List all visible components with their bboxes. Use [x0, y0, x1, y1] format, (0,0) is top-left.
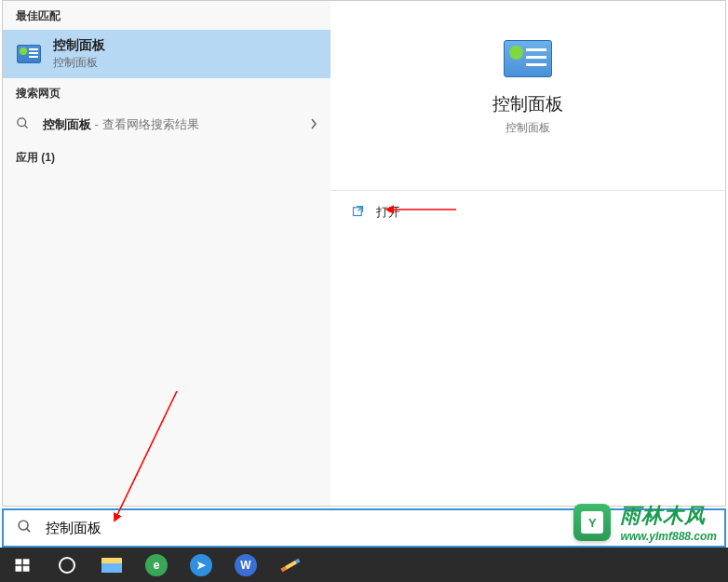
svg-line-5: [27, 528, 31, 532]
chevron-right-icon: [310, 117, 317, 132]
watermark: Y 雨林木风 www.ylmf888.com: [573, 502, 717, 543]
svg-point-0: [18, 118, 26, 127]
windows-search-panel: 最佳匹配 控制面板 控制面板 搜索网页 控制面板 - 查看网络搜索结果 应: [2, 0, 726, 507]
thunder-button[interactable]: ➤: [179, 548, 223, 582]
svg-rect-6: [16, 559, 22, 564]
watermark-brand: 雨林木风: [620, 502, 717, 530]
pencil-icon: [280, 558, 300, 571]
result-title: 控制面板: [53, 37, 105, 54]
search-icon: [17, 519, 33, 538]
preview-column: 控制面板 控制面板 打开: [330, 1, 725, 506]
preview-title: 控制面板: [492, 92, 563, 116]
watermark-url: www.ylmf888.com: [620, 530, 717, 543]
windows-start-icon: [14, 557, 31, 574]
browser-button[interactable]: e: [134, 548, 179, 582]
open-external-icon: [351, 204, 365, 221]
taskbar: e ➤ W: [0, 548, 728, 582]
control-panel-large-icon: [499, 36, 557, 81]
svg-line-1: [24, 125, 27, 128]
result-text: 控制面板 控制面板: [53, 37, 105, 71]
open-action[interactable]: 打开: [330, 191, 725, 234]
svg-rect-9: [23, 565, 30, 571]
svg-rect-8: [16, 565, 22, 571]
cortana-circle-icon: [59, 557, 75, 574]
pencil-button[interactable]: [268, 548, 313, 582]
preview-subtitle: 控制面板: [506, 120, 550, 136]
wps-icon: W: [235, 554, 257, 576]
open-label: 打开: [376, 204, 400, 221]
wps-button[interactable]: W: [223, 548, 268, 582]
result-control-panel[interactable]: 控制面板 控制面板: [3, 30, 330, 78]
web-result-text: 控制面板 - 查看网络搜索结果: [43, 116, 199, 133]
preview-header: 控制面板 控制面板: [330, 27, 725, 171]
search-icon: [16, 116, 30, 133]
control-panel-icon: [16, 41, 42, 67]
result-subtitle: 控制面板: [53, 55, 105, 71]
file-explorer-button[interactable]: [89, 548, 134, 582]
results-column: 最佳匹配 控制面板 控制面板 搜索网页 控制面板 - 查看网络搜索结果 应: [3, 1, 330, 506]
section-header-apps: 应用 (1): [3, 142, 330, 171]
section-header-web: 搜索网页: [3, 78, 330, 107]
svg-point-4: [19, 521, 28, 530]
watermark-logo: Y: [573, 504, 611, 541]
section-header-best-match: 最佳匹配: [3, 1, 330, 30]
svg-rect-7: [23, 559, 30, 564]
start-button[interactable]: [0, 548, 45, 582]
browser-360-icon: e: [145, 554, 168, 576]
web-search-result[interactable]: 控制面板 - 查看网络搜索结果: [3, 107, 330, 142]
file-explorer-icon: [101, 558, 122, 573]
thunder-icon: ➤: [190, 554, 212, 576]
cortana-button[interactable]: [45, 548, 89, 582]
